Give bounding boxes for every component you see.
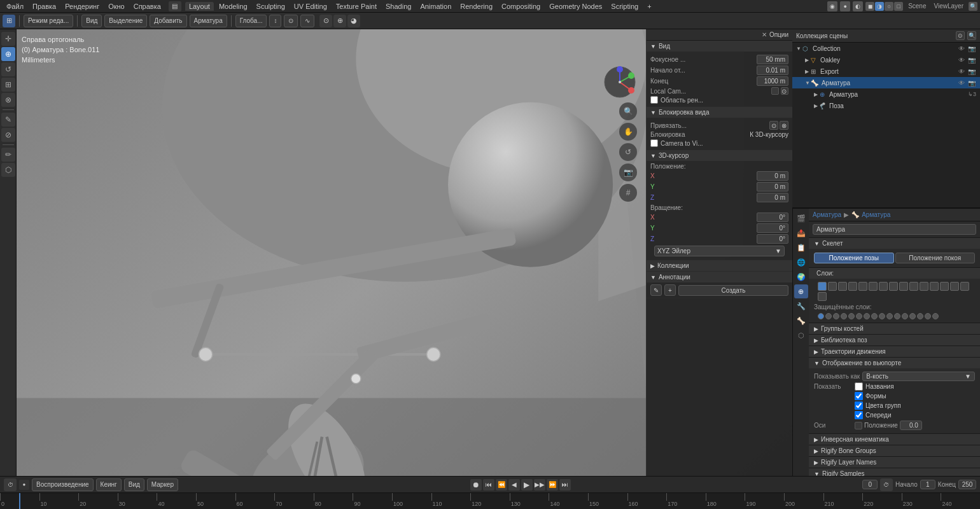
keying-menu[interactable]: Кеинг: [96, 478, 122, 491]
move-tool[interactable]: ⊕: [1, 47, 15, 61]
step-fwd-btn[interactable]: ⏩: [547, 479, 558, 491]
end-frame[interactable]: 250: [958, 480, 976, 489]
tab-shading[interactable]: Shading: [382, 2, 415, 11]
annotate-tool[interactable]: ✎: [1, 113, 15, 127]
playhead[interactable]: [19, 493, 20, 509]
engine-selector[interactable]: ◉: [827, 1, 837, 11]
layer-dot-1[interactable]: [828, 282, 837, 291]
proportional-btn[interactable]: ∿: [300, 15, 314, 27]
record-btn[interactable]: ⏺: [470, 479, 482, 491]
visibility-icon[interactable]: 👁: [957, 44, 966, 53]
axes-checkbox[interactable]: [855, 422, 862, 429]
rz-value[interactable]: 0°: [757, 234, 788, 244]
eraser-tool[interactable]: ⬡: [1, 163, 15, 177]
prot-dot-1[interactable]: [825, 313, 832, 319]
layer-dot-3[interactable]: [848, 282, 857, 291]
outliner-item-collection[interactable]: ▼ ⬡ Collection 👁 📷: [792, 43, 980, 54]
layer-dot-9[interactable]: [909, 282, 918, 291]
lock-view-header[interactable]: ▼ Блокировка вида: [647, 107, 792, 118]
measure-tool[interactable]: ⊘: [1, 128, 15, 142]
step-back-btn[interactable]: ⏪: [496, 479, 507, 491]
cursor-tool[interactable]: ✛: [1, 32, 15, 46]
display-header[interactable]: ▼ Отображение во вьюпорте: [809, 358, 980, 368]
camera-view[interactable]: 📷: [619, 164, 637, 181]
annotations-header[interactable]: ▼ Аннотации: [647, 272, 792, 282]
add-menu[interactable]: Добавить: [150, 15, 186, 27]
rotation-mode-dropdown[interactable]: XYZ Эйлер ▼: [654, 246, 785, 256]
view-menu-timeline[interactable]: Вид: [124, 478, 144, 491]
annotation-add-btn[interactable]: +: [664, 284, 676, 296]
prot-dot-15[interactable]: [932, 313, 939, 319]
layer-dot-4[interactable]: [858, 282, 867, 291]
tab-uv-editing[interactable]: UV Editing: [290, 2, 331, 11]
prot-dot-13[interactable]: [917, 313, 923, 319]
cy-value[interactable]: 0 m: [757, 182, 788, 192]
tab-plus[interactable]: +: [643, 2, 655, 11]
oakley-vis[interactable]: 👁: [957, 55, 966, 64]
export-render[interactable]: 📷: [967, 67, 976, 76]
tab-modeling[interactable]: Modeling: [215, 2, 251, 11]
prot-dot-0[interactable]: [818, 313, 824, 319]
prot-dot-7[interactable]: [871, 313, 878, 319]
play-btn[interactable]: ▶: [521, 479, 533, 491]
outliner-item-export[interactable]: ▶ ⊞ Export 👁 📷: [792, 66, 980, 77]
prop-tab-object[interactable]: ⊕: [794, 284, 808, 298]
view-section-header[interactable]: ▼ Вид: [647, 41, 792, 52]
layer-dot-13[interactable]: [950, 282, 959, 291]
menu-window[interactable]: Окно: [104, 2, 129, 11]
playback-menu[interactable]: Воспроизведение: [32, 478, 94, 491]
outliner-item-armature[interactable]: ▼ 🦴 Арматура 👁 📷: [792, 77, 980, 88]
view-menu[interactable]: Вид: [81, 15, 102, 27]
prop-tab-output[interactable]: 📤: [794, 226, 808, 240]
prot-dot-10[interactable]: [894, 313, 900, 319]
object-name-field[interactable]: Арматура: [813, 224, 976, 235]
mode-dropdown[interactable]: Режим реда...: [24, 15, 73, 27]
prot-dot-11[interactable]: [902, 313, 908, 319]
prop-tab-scene[interactable]: 🌐: [794, 255, 808, 269]
layer-dot-12[interactable]: [940, 282, 949, 291]
prot-dot-9[interactable]: [886, 313, 893, 319]
prop-tab-modifier[interactable]: 🔧: [794, 299, 808, 313]
outliner-item-armature-data[interactable]: ▶ ⊕ Арматура ↳3: [792, 88, 980, 100]
layer-dot-10[interactable]: [920, 282, 928, 291]
show-as-dropdown[interactable]: В-кость ▼: [862, 372, 975, 381]
skeleton-header[interactable]: ▼ Скелет: [809, 238, 980, 249]
viewport-3d[interactable]: Справа ортогональ (0) Арматура : Bone.01…: [17, 29, 792, 476]
start-frame[interactable]: 1: [920, 480, 935, 489]
grid-overlay[interactable]: #: [619, 184, 637, 202]
pose-lib-header[interactable]: ▶ Библиотека поз: [809, 335, 980, 345]
menu-render[interactable]: Рендеринг: [61, 2, 103, 11]
armature-menu[interactable]: Арматура: [190, 15, 227, 27]
armature-render[interactable]: 📷: [967, 78, 976, 87]
names-checkbox[interactable]: [855, 382, 863, 391]
menu-help[interactable]: Справка: [130, 2, 165, 11]
tab-compositing[interactable]: Compositing: [498, 2, 544, 11]
tab-geometry-nodes[interactable]: Geometry Nodes: [545, 2, 606, 11]
focal-value[interactable]: 50 mm: [757, 55, 788, 64]
jump-start-btn[interactable]: ⏮: [483, 479, 494, 491]
solid-mode[interactable]: ◼: [865, 2, 874, 11]
cursor-header[interactable]: ▼ 3D-курсор: [647, 150, 792, 161]
clip-end-value[interactable]: 1000 m: [757, 76, 788, 86]
grease-pencil-tool[interactable]: ✏: [1, 148, 15, 162]
cx-value[interactable]: 0 m: [757, 171, 788, 181]
marker-menu[interactable]: Маркер: [147, 478, 178, 491]
outliner-item-oakley[interactable]: ▶ ▽ Oakley 👁 📷: [792, 54, 980, 66]
prot-dot-12[interactable]: [909, 313, 916, 319]
prot-dot-14[interactable]: [925, 313, 931, 319]
timeline-editor-icon[interactable]: ⏱: [4, 478, 17, 491]
scale-tool[interactable]: ⊞: [1, 78, 15, 92]
motion-paths-header[interactable]: ▶ Траектории движения: [809, 346, 980, 357]
menu-file[interactable]: Файл: [3, 2, 27, 11]
group-colors-checkbox[interactable]: [855, 401, 863, 410]
prot-dot-3[interactable]: [841, 313, 847, 319]
overlay-toggle[interactable]: ⊙: [319, 15, 332, 27]
snap-icon[interactable]: ⊙: [769, 121, 778, 130]
outliner-filter[interactable]: ⊙: [956, 31, 965, 40]
tab-texture-paint[interactable]: Texture Paint: [332, 2, 381, 11]
inverse-kin-header[interactable]: ▶ Инверсная кинематика: [809, 434, 980, 445]
render-icon[interactable]: 📷: [967, 44, 976, 53]
tab-layout[interactable]: Layout: [185, 2, 214, 11]
rest-position-btn[interactable]: Положение покоя: [895, 253, 976, 263]
pan-view[interactable]: ✋: [619, 123, 637, 141]
